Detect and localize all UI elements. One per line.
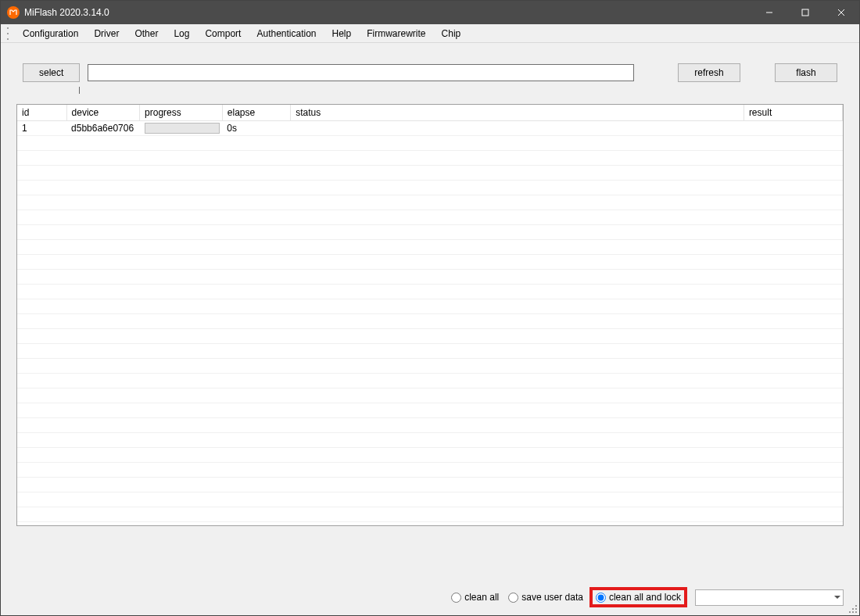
table-row[interactable] [17,269,843,284]
svg-rect-1 [802,9,808,16]
close-button[interactable] [823,1,859,24]
table-row[interactable] [17,477,843,492]
table-row[interactable] [17,180,843,195]
table-row[interactable] [17,492,843,507]
minimize-button[interactable] [751,1,787,24]
table-row[interactable] [17,165,843,180]
chevron-down-icon [834,596,840,599]
table-row[interactable] [17,284,843,299]
menu-grip-icon [7,27,12,40]
table-row[interactable] [17,254,843,269]
menu-chip[interactable]: Chip [434,26,469,41]
resize-grip-icon[interactable] [848,604,858,614]
table-row[interactable] [17,373,843,388]
table-row[interactable] [17,239,843,254]
cell-status [291,120,744,135]
option-label: clean all [464,592,499,603]
cell-elapse: 0s [222,120,290,135]
flash-options: clean all save user data clean all and l… [448,587,844,607]
col-device[interactable]: device [66,105,140,120]
table-row[interactable] [17,299,843,313]
table-row[interactable] [17,135,843,150]
table-row[interactable] [17,507,843,521]
table-row[interactable] [17,447,843,462]
menu-comport[interactable]: Comport [197,26,249,41]
cell-device: d5bb6a6e0706 [66,120,140,135]
menu-log[interactable]: Log [166,26,197,41]
menubar: Configuration Driver Other Log Comport A… [1,24,859,43]
titlebar[interactable]: MiFlash 2020.3.14.0 [1,1,859,24]
option-save-user-data[interactable]: save user data [505,590,586,604]
toolbar: select refresh flash [1,43,859,82]
col-id[interactable]: id [17,105,66,120]
table-row[interactable] [17,313,843,328]
menu-driver[interactable]: Driver [86,26,127,41]
cell-id: 1 [17,120,66,135]
table-row[interactable] [17,343,843,358]
radio-save-user-data[interactable] [508,593,518,603]
col-status[interactable]: status [291,105,744,120]
progress-bar [145,123,220,134]
table-row[interactable] [17,150,843,165]
radio-clean-all-and-lock[interactable] [596,593,606,603]
app-icon [7,6,20,19]
table-row[interactable] [17,358,843,373]
table-row[interactable]: 1d5bb6a6e07060s [17,120,843,135]
refresh-button[interactable]: refresh [678,63,740,82]
window-title: MiFlash 2020.3.14.0 [24,7,109,18]
table-row[interactable] [17,388,843,403]
col-progress[interactable]: progress [140,105,223,120]
menu-help[interactable]: Help [324,26,360,41]
table-row[interactable] [17,328,843,343]
menu-configuration[interactable]: Configuration [15,26,86,41]
device-table: id device progress elapse status result … [16,104,844,526]
table-row[interactable] [17,210,843,224]
table-row[interactable] [17,403,843,417]
radio-clean-all[interactable] [451,593,461,603]
table-row[interactable] [17,462,843,477]
maximize-button[interactable] [787,1,823,24]
app-window: MiFlash 2020.3.14.0 Configuration Driver… [0,0,860,616]
option-label: clean all and lock [609,592,681,603]
footer: clean all save user data clean all and l… [1,526,859,615]
col-result[interactable]: result [744,105,842,120]
cell-progress [140,120,223,135]
table-row[interactable] [17,195,843,210]
option-clean-all[interactable]: clean all [448,590,502,604]
slider-marker [79,87,80,94]
menu-other[interactable]: Other [127,26,166,41]
script-dropdown[interactable] [695,589,844,606]
cell-result [744,120,842,135]
menu-firmwarewrite[interactable]: Firmwarewrite [359,26,433,41]
table-row[interactable] [17,417,843,432]
path-input[interactable] [88,64,634,81]
option-label: save user data [521,592,583,603]
table-row[interactable] [17,224,843,239]
menu-authentication[interactable]: Authentication [249,26,324,41]
col-elapse[interactable]: elapse [222,105,290,120]
select-button[interactable]: select [23,63,80,82]
option-clean-all-and-lock[interactable]: clean all and lock [589,587,687,607]
table-row[interactable] [17,432,843,447]
flash-button[interactable]: flash [775,63,837,82]
